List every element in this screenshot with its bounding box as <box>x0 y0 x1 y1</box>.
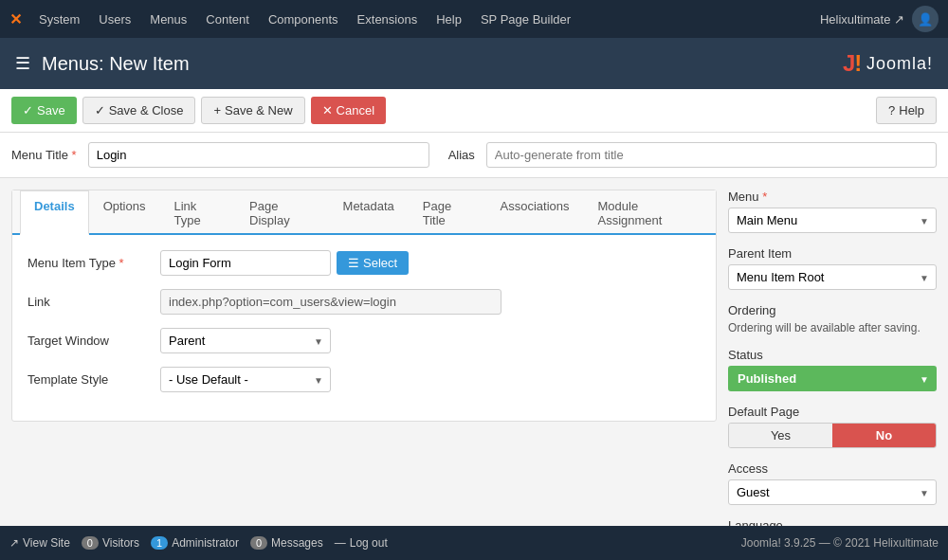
top-nav-right: Helixultimate ↗ 👤 <box>820 6 939 32</box>
helixultimate-link[interactable]: Helixultimate ↗ <box>820 12 904 27</box>
cancel-button[interactable]: ✕ Cancel <box>311 97 386 124</box>
save-icon: ✓ <box>23 103 33 117</box>
menu-title-label: Menu Title * <box>11 148 77 162</box>
access-label: Access <box>728 461 937 476</box>
brand-icon: ✕ <box>9 10 22 28</box>
title-row: Menu Title * Alias <box>0 133 948 178</box>
alias-input[interactable] <box>486 142 937 168</box>
template-style-label: Template Style <box>27 372 151 387</box>
link-row: Link <box>27 289 701 315</box>
help-icon: ? <box>888 103 895 117</box>
visitors-badge: 0 <box>82 536 99 550</box>
parent-item-label: Parent Item <box>728 246 937 261</box>
footer-left: ↗ View Site 0 Visitors 1 Administrator 0… <box>9 536 388 550</box>
administrator-item[interactable]: 1 Administrator <box>151 536 239 550</box>
tab-page-display[interactable]: Page Display <box>235 190 329 235</box>
messages-item[interactable]: 0 Messages <box>250 536 323 550</box>
parent-item-select-wrapper: Menu Item Root ▼ <box>728 264 937 290</box>
header-bar-left: ☰ Menus: New Item <box>15 53 190 75</box>
nav-help[interactable]: Help <box>428 9 469 30</box>
joomla-logo: J! Joomla! <box>843 50 933 77</box>
default-page-toggle: Yes No <box>728 423 937 448</box>
select-button[interactable]: ☰ Select <box>337 251 409 275</box>
save-close-button[interactable]: ✓ Save & Close <box>82 97 196 124</box>
tab-associations[interactable]: Associations <box>486 190 584 235</box>
status-select[interactable]: Published Unpublished Trashed <box>728 366 937 391</box>
link-input <box>160 289 501 315</box>
menu-title-input[interactable] <box>88 142 429 168</box>
nav-components[interactable]: Components <box>261 9 346 30</box>
access-group: Access Guest Public Registered Special ▼ <box>728 461 937 505</box>
target-window-select-wrapper: Parent New Window Popup ▼ <box>160 328 331 353</box>
header-bar: ☰ Menus: New Item J! Joomla! <box>0 38 948 89</box>
top-nav-left: ✕ System Users Menus Content Components … <box>9 9 578 30</box>
required-marker: * <box>72 148 77 162</box>
main-content: Details Options Link Type Page Display M… <box>0 178 948 560</box>
default-page-no[interactable]: No <box>832 424 936 447</box>
administrator-badge: 1 <box>151 536 168 550</box>
menu-item-type-row: Menu Item Type * ☰ Select <box>27 250 701 276</box>
footer-right: Joomla! 3.9.25 — © 2021 Helixultimate <box>741 536 939 550</box>
menu-select-wrapper: Main Menu ▼ <box>728 208 937 233</box>
tabs: Details Options Link Type Page Display M… <box>12 190 716 235</box>
ordering-group: Ordering Ordering will be available afte… <box>728 303 937 334</box>
visitors-item[interactable]: 0 Visitors <box>82 536 139 550</box>
menu-item-type-input[interactable] <box>160 250 331 276</box>
ordering-label: Ordering <box>728 303 937 317</box>
status-select-wrapper: Published Unpublished Trashed ▼ <box>728 366 937 391</box>
nav-menus[interactable]: Menus <box>142 9 194 30</box>
toolbar-right: ? Help <box>876 97 937 124</box>
template-style-select[interactable]: - Use Default - Custom <box>160 367 331 392</box>
view-site-link[interactable]: ↗ View Site <box>9 536 70 550</box>
parent-item-select[interactable]: Menu Item Root <box>728 264 937 290</box>
tab-details[interactable]: Details <box>20 190 89 235</box>
list-icon: ☰ <box>348 256 359 270</box>
menu-right-label: Menu * <box>728 190 937 204</box>
cancel-icon: ✕ <box>322 103 333 117</box>
default-page-label: Default Page <box>728 405 937 419</box>
messages-badge: 0 <box>250 536 267 550</box>
ordering-note: Ordering will be available after saving. <box>728 321 937 334</box>
status-label: Status <box>728 348 937 362</box>
nav-users[interactable]: Users <box>91 9 138 30</box>
tab-metadata[interactable]: Metadata <box>329 190 409 235</box>
target-window-label: Target Window <box>27 334 151 348</box>
menu-item-type-field: ☰ Select <box>160 250 409 276</box>
user-icon[interactable]: 👤 <box>912 6 939 32</box>
tab-options[interactable]: Options <box>89 190 160 235</box>
save-new-button[interactable]: + Save & New <box>201 97 304 124</box>
tab-page-title[interactable]: Page Title <box>409 190 486 235</box>
top-navbar: ✕ System Users Menus Content Components … <box>0 0 948 38</box>
toolbar: ✓ Save ✓ Save & Close + Save & New ✕ Can… <box>0 89 948 133</box>
status-group: Status Published Unpublished Trashed ▼ <box>728 348 937 391</box>
copyright-text: Joomla! 3.9.25 — © 2021 Helixultimate <box>741 536 939 550</box>
nav-sp-page-builder[interactable]: SP Page Builder <box>473 9 578 30</box>
plus-icon: + <box>213 103 221 117</box>
nav-content[interactable]: Content <box>198 9 257 30</box>
default-page-yes[interactable]: Yes <box>729 424 832 447</box>
left-panel: Details Options Link Type Page Display M… <box>11 190 717 560</box>
menu-select[interactable]: Main Menu <box>728 208 937 233</box>
target-window-select[interactable]: Parent New Window Popup <box>160 328 331 353</box>
menu-item-type-label: Menu Item Type * <box>27 256 151 270</box>
parent-item-group: Parent Item Menu Item Root ▼ <box>728 246 937 290</box>
logout-item[interactable]: — Log out <box>335 536 388 550</box>
nav-extensions[interactable]: Extensions <box>350 9 426 30</box>
form-card: Details Options Link Type Page Display M… <box>11 190 717 422</box>
page-title: Menus: New Item <box>42 53 190 75</box>
footer: ↗ View Site 0 Visitors 1 Administrator 0… <box>0 526 948 560</box>
default-page-group: Default Page Yes No <box>728 405 937 448</box>
logout-icon: — <box>335 536 346 550</box>
access-select-wrapper: Guest Public Registered Special ▼ <box>728 479 937 505</box>
link-label: Link <box>27 295 151 309</box>
sidebar-toggle[interactable]: ☰ <box>15 53 30 74</box>
nav-system[interactable]: System <box>31 9 87 30</box>
template-style-select-wrapper: - Use Default - Custom ▼ <box>160 367 331 392</box>
check-icon: ✓ <box>95 103 105 117</box>
menu-group: Menu * Main Menu ▼ <box>728 190 937 233</box>
access-select[interactable]: Guest Public Registered Special <box>728 479 937 505</box>
help-button[interactable]: ? Help <box>876 97 937 124</box>
tab-module-assignment[interactable]: Module Assignment <box>583 190 708 235</box>
save-button[interactable]: ✓ Save <box>11 97 77 124</box>
tab-link-type[interactable]: Link Type <box>159 190 235 235</box>
